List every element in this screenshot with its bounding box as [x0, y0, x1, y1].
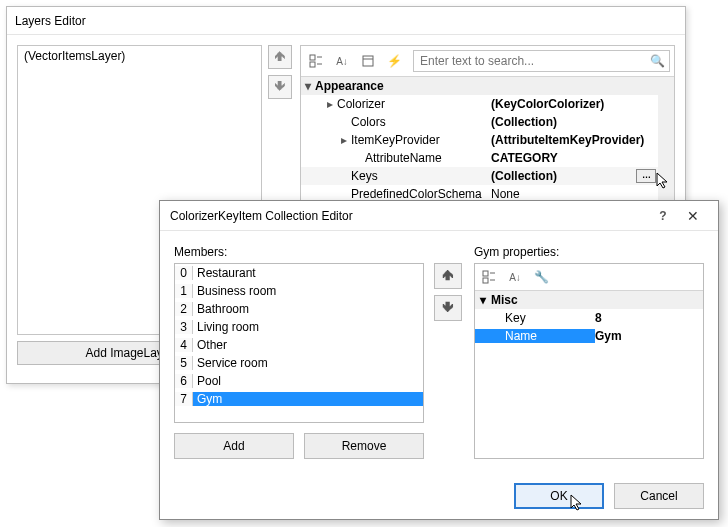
- dialog-title: ColorizerKeyItem Collection Editor: [170, 209, 648, 223]
- svg-rect-6: [483, 271, 488, 276]
- member-row[interactable]: 1Business room: [175, 282, 423, 300]
- member-property-grid: A↓ 🔧 ▾ Misc Key 8 Name Gym: [474, 263, 704, 459]
- move-up-button[interactable]: 🡹: [268, 45, 292, 69]
- member-index: 4: [175, 338, 193, 352]
- key-value[interactable]: 8: [595, 311, 703, 325]
- svg-rect-4: [363, 56, 373, 66]
- member-index: 3: [175, 320, 193, 334]
- search-box[interactable]: 🔍: [413, 50, 670, 72]
- events-icon[interactable]: ⚡: [383, 51, 405, 71]
- expander-icon[interactable]: ▾: [475, 293, 491, 307]
- alphabetical-icon[interactable]: A↓: [504, 267, 526, 287]
- property-value[interactable]: (AttributeItemKeyProvider): [487, 133, 674, 147]
- misc-category[interactable]: ▾ Misc: [475, 291, 703, 309]
- member-row[interactable]: 5Service room: [175, 354, 423, 372]
- property-name: AttributeName: [365, 151, 442, 165]
- member-label: Pool: [193, 374, 423, 388]
- member-down-button[interactable]: 🡻: [434, 295, 462, 321]
- wrench-icon[interactable]: 🔧: [530, 267, 552, 287]
- key-row[interactable]: Key 8: [475, 309, 703, 327]
- member-row[interactable]: 4Other: [175, 336, 423, 354]
- add-button[interactable]: Add: [174, 433, 294, 459]
- svg-rect-1: [310, 62, 315, 67]
- move-down-button[interactable]: 🡻: [268, 75, 292, 99]
- alphabetical-icon[interactable]: A↓: [331, 51, 353, 71]
- property-name: PredefinedColorSchema: [351, 187, 482, 201]
- expander-icon[interactable]: ▾: [301, 79, 315, 93]
- property-row[interactable]: ▸Colorizer(KeyColorColorizer): [301, 95, 674, 113]
- member-row[interactable]: 3Living room: [175, 318, 423, 336]
- member-label: Bathroom: [193, 302, 423, 316]
- member-label: Business room: [193, 284, 423, 298]
- expander-icon[interactable]: ▸: [323, 97, 337, 111]
- property-value[interactable]: None: [487, 187, 674, 201]
- property-name: ItemKeyProvider: [351, 133, 440, 147]
- property-value[interactable]: (Collection): [487, 115, 674, 129]
- name-label: Name: [505, 329, 537, 343]
- misc-label: Misc: [491, 293, 518, 307]
- member-row[interactable]: 6Pool: [175, 372, 423, 390]
- layers-editor-titlebar: Layers Editor: [7, 7, 685, 35]
- property-name: Colors: [351, 115, 386, 129]
- property-value[interactable]: (KeyColorColorizer): [487, 97, 674, 111]
- member-index: 6: [175, 374, 193, 388]
- property-row[interactable]: ▸ItemKeyProvider(AttributeItemKeyProvide…: [301, 131, 674, 149]
- member-label: Restaurant: [193, 266, 423, 280]
- category-label: Appearance: [315, 79, 384, 93]
- layers-list-item[interactable]: (VectorItemsLayer): [18, 46, 261, 66]
- property-value[interactable]: CATEGORY: [487, 151, 674, 165]
- members-label: Members:: [174, 245, 424, 259]
- search-icon[interactable]: 🔍: [650, 54, 665, 68]
- property-pages-icon[interactable]: [357, 51, 379, 71]
- property-name: Keys: [351, 169, 378, 183]
- member-row[interactable]: 2Bathroom: [175, 300, 423, 318]
- property-value[interactable]: (Collection)…: [487, 169, 674, 183]
- expander-icon[interactable]: ▸: [337, 133, 351, 147]
- window-title: Layers Editor: [15, 14, 677, 28]
- member-up-button[interactable]: 🡹: [434, 263, 462, 289]
- member-index: 2: [175, 302, 193, 316]
- category-row[interactable]: ▾ Appearance: [301, 77, 674, 95]
- help-button[interactable]: ?: [648, 209, 678, 223]
- property-name: Colorizer: [337, 97, 385, 111]
- member-index: 1: [175, 284, 193, 298]
- member-index: 7: [175, 392, 193, 406]
- member-index: 0: [175, 266, 193, 280]
- name-value[interactable]: Gym: [595, 329, 703, 343]
- svg-rect-0: [310, 55, 315, 60]
- member-label: Gym: [193, 392, 423, 406]
- member-row[interactable]: 0Restaurant: [175, 264, 423, 282]
- properties-label: Gym properties:: [474, 245, 704, 259]
- collection-editor-dialog: ColorizerKeyItem Collection Editor ? ✕ M…: [159, 200, 719, 520]
- dialog-titlebar: ColorizerKeyItem Collection Editor ? ✕: [160, 201, 718, 231]
- property-row[interactable]: Keys(Collection)…: [301, 167, 674, 185]
- name-row[interactable]: Name Gym: [475, 327, 703, 345]
- remove-button[interactable]: Remove: [304, 433, 424, 459]
- member-label: Service room: [193, 356, 423, 370]
- search-input[interactable]: [418, 53, 650, 69]
- ok-button[interactable]: OK: [514, 483, 604, 509]
- close-button[interactable]: ✕: [678, 208, 708, 224]
- svg-rect-7: [483, 278, 488, 283]
- property-row[interactable]: AttributeNameCATEGORY: [301, 149, 674, 167]
- categorized-icon[interactable]: [305, 51, 327, 71]
- property-row[interactable]: Colors(Collection): [301, 113, 674, 131]
- categorized-icon[interactable]: [478, 267, 500, 287]
- member-label: Other: [193, 338, 423, 352]
- cancel-button[interactable]: Cancel: [614, 483, 704, 509]
- member-index: 5: [175, 356, 193, 370]
- member-label: Living room: [193, 320, 423, 334]
- ellipsis-button[interactable]: …: [636, 169, 656, 183]
- members-list[interactable]: 0Restaurant1Business room2Bathroom3Livin…: [174, 263, 424, 423]
- key-label: Key: [505, 311, 526, 325]
- member-row[interactable]: 7Gym: [175, 390, 423, 408]
